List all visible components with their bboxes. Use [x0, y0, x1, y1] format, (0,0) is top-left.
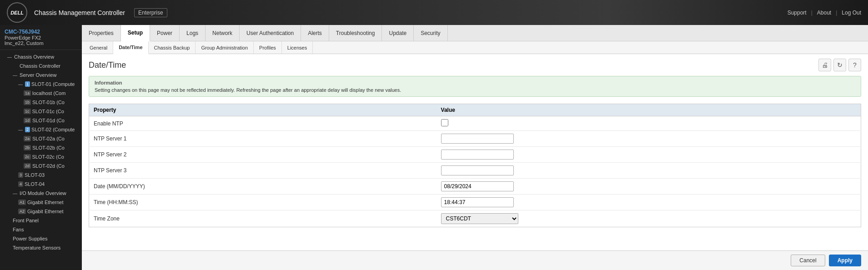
- subtab-profiles[interactable]: Profiles: [254, 41, 282, 54]
- refresh-button[interactable]: ↻: [833, 59, 846, 71]
- subtab-general[interactable]: General: [84, 41, 113, 54]
- timezone-select[interactable]: CST6CDT UTC EST5EDT MST7MDT PST8PDT: [441, 213, 518, 224]
- device-custom: lmc_e22, Custom: [5, 40, 77, 46]
- sidebar-item-slot02c[interactable]: 2cSLOT-02c (Co: [0, 152, 82, 161]
- tab-security[interactable]: Security: [414, 25, 447, 41]
- tab-alerts[interactable]: Alerts: [301, 25, 329, 41]
- apply-button[interactable]: Apply: [829, 255, 861, 266]
- sidebar-item-slot02[interactable]: — 2SLOT-02 (Compute: [0, 125, 82, 134]
- sidebar-item-front-panel[interactable]: Front Panel: [0, 216, 82, 225]
- top-nav: Properties Setup Power Logs Network User…: [82, 25, 868, 41]
- table-row: NTP Server 3: [89, 163, 861, 179]
- page-icons: 🖨 ↻ ?: [818, 59, 861, 71]
- edition-badge: Enterprise: [134, 8, 167, 17]
- sidebar-item-localhost[interactable]: 1alocalhost (Com: [0, 89, 82, 98]
- sidebar-item-fans[interactable]: Fans: [0, 225, 82, 234]
- val-ntp3: [437, 163, 861, 179]
- tab-setup[interactable]: Setup: [121, 25, 150, 41]
- table-row: Time (HH:MM:SS): [89, 195, 861, 210]
- sidebar-item-gigabit-a2[interactable]: A2Gigabit Ethernet: [0, 207, 82, 216]
- about-link[interactable]: About: [817, 10, 831, 16]
- device-info: CMC-756J942 PowerEdge FX2 lmc_e22, Custo…: [0, 25, 82, 50]
- tab-power[interactable]: Power: [150, 25, 180, 41]
- ntp-server-1-input[interactable]: [441, 134, 514, 144]
- content-area: Properties Setup Power Logs Network User…: [82, 25, 868, 270]
- page-content: Date/Time 🖨 ↻ ? Information Setting chan…: [82, 54, 868, 250]
- sidebar-item-power-supplies[interactable]: Power Supplies: [0, 234, 82, 243]
- tab-properties[interactable]: Properties: [82, 25, 121, 41]
- ntp-server-2-input[interactable]: [441, 150, 514, 160]
- properties-table: Property Value Enable NTP NTP Server 1: [89, 104, 861, 227]
- col-property: Property: [89, 104, 437, 116]
- prop-date: Date (MM/DD/YYYY): [89, 179, 437, 195]
- sidebar-item-chassis-controller[interactable]: Chassis Controller: [0, 61, 82, 70]
- val-enable-ntp: [437, 116, 861, 131]
- table-row: Enable NTP: [89, 116, 861, 131]
- page-header: Date/Time 🖨 ↻ ?: [89, 59, 861, 71]
- sub-nav: General Date/Time Chassis Backup Group A…: [82, 41, 868, 54]
- ntp-server-3-input[interactable]: [441, 165, 514, 175]
- logout-link[interactable]: Log Out: [842, 10, 861, 16]
- tab-user-auth[interactable]: User Authentication: [240, 25, 301, 41]
- sidebar: CMC-756J942 PowerEdge FX2 lmc_e22, Custo…: [0, 25, 82, 270]
- dell-logo: DELL: [7, 2, 27, 23]
- header: DELL Chassis Management Controller Enter…: [0, 0, 868, 25]
- page-title: Date/Time: [89, 60, 126, 70]
- subtab-datetime[interactable]: Date/Time: [113, 41, 148, 54]
- table-row: NTP Server 1: [89, 131, 861, 147]
- prop-timezone: Time Zone: [89, 210, 437, 227]
- help-button[interactable]: ?: [848, 59, 861, 71]
- app-title: Chassis Management Controller: [34, 9, 125, 16]
- val-time: [437, 195, 861, 210]
- tab-network[interactable]: Network: [206, 25, 240, 41]
- device-name[interactable]: CMC-756J942: [5, 29, 77, 35]
- sidebar-item-gigabit-a1[interactable]: A1Gigabit Ethernet: [0, 198, 82, 207]
- sidebar-item-temp-sensors[interactable]: Temperature Sensors: [0, 243, 82, 252]
- cancel-button[interactable]: Cancel: [791, 255, 825, 266]
- info-message: Setting changes on this page may not be …: [95, 87, 855, 93]
- info-box: Information Setting changes on this page…: [89, 76, 861, 97]
- sidebar-item-slot01d[interactable]: 1dSLOT-01d (Co: [0, 116, 82, 125]
- sidebar-tree: — Chassis Overview Chassis Controller — …: [0, 50, 82, 255]
- subtab-licenses[interactable]: Licenses: [282, 41, 313, 54]
- table-row: Date (MM/DD/YYYY): [89, 179, 861, 195]
- table-row: Time Zone CST6CDT UTC EST5EDT MST7MDT PS…: [89, 210, 861, 227]
- prop-ntp2: NTP Server 2: [89, 147, 437, 163]
- device-model: PowerEdge FX2: [5, 35, 77, 40]
- prop-ntp1: NTP Server 1: [89, 131, 437, 147]
- sidebar-item-slot02b[interactable]: 2bSLOT-02b (Co: [0, 143, 82, 152]
- print-button[interactable]: 🖨: [818, 59, 831, 71]
- info-header: Information: [95, 80, 855, 85]
- sidebar-item-slot01[interactable]: — 1SLOT-01 (Compute: [0, 80, 82, 89]
- subtab-group-admin[interactable]: Group Administration: [196, 41, 254, 54]
- tab-troubleshooting[interactable]: Troubleshooting: [329, 25, 382, 41]
- val-ntp1: [437, 131, 861, 147]
- sidebar-item-slot04[interactable]: 4SLOT-04: [0, 180, 82, 189]
- sidebar-item-io-overview[interactable]: — I/O Module Overview: [0, 189, 82, 198]
- support-link[interactable]: Support: [788, 10, 807, 16]
- table-row: NTP Server 2: [89, 147, 861, 163]
- sidebar-item-slot01b[interactable]: 1bSLOT-01b (Co: [0, 98, 82, 107]
- subtab-chassis-backup[interactable]: Chassis Backup: [149, 41, 196, 54]
- enable-ntp-checkbox[interactable]: [441, 119, 448, 126]
- val-date: [437, 179, 861, 195]
- footer-bar: Cancel Apply: [82, 250, 868, 270]
- prop-enable-ntp: Enable NTP: [89, 116, 437, 131]
- sidebar-item-chassis-overview[interactable]: — Chassis Overview: [0, 52, 82, 61]
- sidebar-item-slot01c[interactable]: 1cSLOT-01c (Co: [0, 107, 82, 116]
- tab-logs[interactable]: Logs: [180, 25, 206, 41]
- sidebar-item-server-overview[interactable]: — Server Overview: [0, 70, 82, 80]
- val-timezone: CST6CDT UTC EST5EDT MST7MDT PST8PDT: [437, 210, 861, 227]
- prop-time: Time (HH:MM:SS): [89, 195, 437, 210]
- sidebar-item-slot03[interactable]: 3SLOT-03: [0, 170, 82, 180]
- col-value: Value: [437, 104, 861, 116]
- sidebar-item-slot02d[interactable]: 2dSLOT-02d (Co: [0, 161, 82, 170]
- main-layout: CMC-756J942 PowerEdge FX2 lmc_e22, Custo…: [0, 25, 868, 270]
- val-ntp2: [437, 147, 861, 163]
- header-nav: Support | About | Log Out: [788, 10, 861, 16]
- prop-ntp3: NTP Server 3: [89, 163, 437, 179]
- tab-update[interactable]: Update: [382, 25, 414, 41]
- sidebar-item-slot02a[interactable]: 2aSLOT-02a (Co: [0, 134, 82, 143]
- date-input[interactable]: [441, 181, 514, 191]
- time-input[interactable]: [441, 197, 514, 207]
